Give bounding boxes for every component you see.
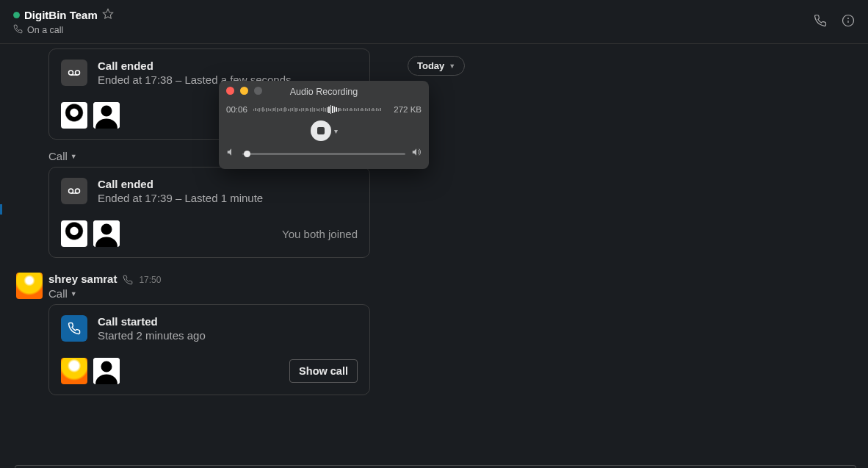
call-card: Call ended Ended at 17:39 – Lasted 1 min… (48, 167, 370, 258)
voicemail-icon (61, 60, 87, 86)
phone-icon (13, 24, 23, 36)
show-call-button[interactable]: Show call (289, 359, 358, 383)
call-label[interactable]: Call ▼ (48, 150, 868, 162)
svg-point-10 (76, 189, 80, 193)
svg-point-13 (101, 224, 112, 235)
avatar[interactable] (93, 220, 120, 247)
call-title: Call ended (98, 178, 263, 190)
minimize-icon[interactable] (240, 87, 248, 95)
chevron-down-icon: ▼ (70, 290, 77, 298)
call-title: Call started (98, 315, 206, 328)
channel-header: DigitBin Team On a call (0, 0, 868, 44)
avatar[interactable] (93, 102, 120, 129)
waveform (253, 104, 388, 115)
chevron-down-icon: ▼ (70, 153, 77, 160)
stop-button[interactable] (311, 120, 331, 141)
svg-point-8 (101, 106, 112, 117)
chevron-down-icon[interactable]: ▾ (334, 127, 338, 135)
svg-point-9 (69, 189, 73, 193)
call-foot-text: You both joined (282, 228, 358, 240)
message-composer[interactable] (15, 465, 856, 468)
recording-size: 272 KB (394, 105, 422, 114)
call-label[interactable]: Call ▼ (48, 287, 868, 300)
call-detail: Ended at 17:39 – Lasted 1 minute (98, 192, 263, 204)
voicemail-icon (61, 178, 87, 204)
recording-elapsed: 00:06 (226, 105, 247, 114)
call-card: Call started Started 2 minutes ago Show … (48, 304, 370, 395)
audio-recording-title: Audio Recording (290, 87, 358, 97)
channel-title[interactable]: DigitBin Team (24, 9, 98, 21)
svg-point-15 (101, 361, 112, 372)
call-detail: Started 2 minutes ago (98, 329, 206, 342)
phone-icon (61, 315, 87, 342)
avatar[interactable] (61, 102, 87, 129)
svg-point-3 (848, 18, 849, 18)
volume-low-icon[interactable] (226, 147, 236, 160)
svg-point-5 (76, 71, 80, 75)
presence-indicator (13, 12, 20, 18)
maximize-icon (254, 87, 262, 95)
close-icon[interactable] (226, 87, 234, 95)
svg-point-4 (69, 71, 73, 75)
star-icon[interactable] (102, 8, 114, 23)
volume-high-icon[interactable] (411, 147, 422, 160)
message-time: 17:50 (139, 275, 161, 285)
phone-icon (123, 273, 133, 286)
avatar[interactable] (61, 358, 87, 384)
message-list: Call ended Ended at 17:38 – Lasted a few… (0, 44, 868, 468)
avatar[interactable] (16, 273, 43, 299)
audio-recording-panel[interactable]: Audio Recording 00:06 272 KB ▾ (219, 81, 429, 169)
header-subline: On a call (27, 25, 63, 35)
message-author[interactable]: shrey samrat (48, 273, 117, 285)
avatar[interactable] (61, 220, 87, 247)
volume-slider[interactable] (242, 153, 405, 155)
svg-marker-0 (103, 9, 112, 18)
call-icon[interactable] (814, 14, 827, 30)
info-icon[interactable] (842, 14, 855, 30)
avatar[interactable] (93, 358, 120, 384)
call-title: Call ended (98, 60, 292, 72)
